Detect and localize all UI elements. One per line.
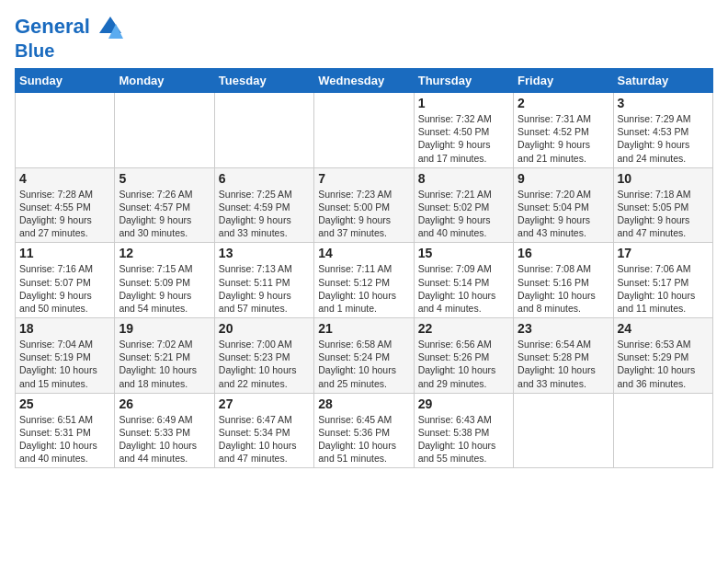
calendar-cell: 24Sunrise: 6:53 AMSunset: 5:29 PMDayligh… — [613, 318, 712, 394]
day-number: 13 — [219, 246, 310, 260]
day-number: 18 — [19, 321, 110, 336]
day-number: 9 — [518, 171, 609, 186]
day-info: Sunrise: 7:16 AMSunset: 5:07 PMDaylight:… — [19, 262, 110, 315]
day-number: 2 — [518, 96, 609, 110]
day-info: Sunrise: 7:02 AMSunset: 5:21 PMDaylight:… — [119, 338, 210, 390]
calendar-cell — [214, 93, 313, 168]
calendar-cell: 5Sunrise: 7:26 AMSunset: 4:57 PMDaylight… — [115, 167, 214, 243]
calendar-cell: 1Sunrise: 7:32 AMSunset: 4:50 PMDaylight… — [414, 93, 513, 168]
calendar-table: SundayMondayTuesdayWednesdayThursdayFrid… — [15, 68, 713, 468]
day-number: 20 — [219, 321, 310, 336]
day-info: Sunrise: 7:28 AMSunset: 4:55 PMDaylight:… — [19, 188, 110, 240]
calendar-cell: 28Sunrise: 6:45 AMSunset: 5:36 PMDayligh… — [314, 393, 414, 468]
day-info: Sunrise: 7:18 AMSunset: 5:05 PMDaylight:… — [618, 188, 709, 240]
day-number: 22 — [418, 321, 509, 336]
day-info: Sunrise: 7:06 AMSunset: 5:17 PMDaylight:… — [618, 262, 709, 315]
day-number: 26 — [119, 396, 210, 411]
calendar-cell: 3Sunrise: 7:29 AMSunset: 4:53 PMDaylight… — [613, 93, 712, 168]
day-number: 15 — [418, 246, 509, 260]
weekday-header: Sunday — [16, 69, 115, 93]
day-number: 4 — [19, 171, 110, 186]
calendar-cell: 27Sunrise: 6:47 AMSunset: 5:34 PMDayligh… — [214, 393, 313, 468]
logo-blue-text: Blue — [15, 40, 123, 61]
page-header: General Blue — [15, 15, 713, 61]
calendar-cell: 21Sunrise: 6:58 AMSunset: 5:24 PMDayligh… — [314, 318, 414, 394]
day-info: Sunrise: 7:26 AMSunset: 4:57 PMDaylight:… — [119, 188, 210, 240]
weekday-header-row: SundayMondayTuesdayWednesdayThursdayFrid… — [16, 69, 713, 93]
logo: General Blue — [15, 15, 123, 61]
day-number: 21 — [318, 321, 409, 336]
day-info: Sunrise: 7:31 AMSunset: 4:52 PMDaylight:… — [518, 112, 609, 165]
day-info: Sunrise: 7:04 AMSunset: 5:19 PMDaylight:… — [19, 338, 110, 390]
day-number: 6 — [219, 171, 310, 186]
day-info: Sunrise: 7:15 AMSunset: 5:09 PMDaylight:… — [119, 262, 210, 315]
day-number: 5 — [119, 171, 210, 186]
calendar-week-row: 25Sunrise: 6:51 AMSunset: 5:31 PMDayligh… — [16, 393, 713, 468]
day-info: Sunrise: 7:32 AMSunset: 4:50 PMDaylight:… — [418, 112, 509, 165]
day-number: 3 — [618, 96, 709, 110]
calendar-cell: 7Sunrise: 7:23 AMSunset: 5:00 PMDaylight… — [314, 167, 414, 243]
day-number: 29 — [418, 396, 509, 411]
calendar-cell: 9Sunrise: 7:20 AMSunset: 5:04 PMDaylight… — [514, 167, 613, 243]
calendar-cell: 23Sunrise: 6:54 AMSunset: 5:28 PMDayligh… — [514, 318, 613, 394]
day-info: Sunrise: 6:51 AMSunset: 5:31 PMDaylight:… — [19, 413, 110, 465]
day-info: Sunrise: 7:20 AMSunset: 5:04 PMDaylight:… — [518, 188, 609, 240]
calendar-cell: 15Sunrise: 7:09 AMSunset: 5:14 PMDayligh… — [414, 243, 513, 318]
day-info: Sunrise: 7:23 AMSunset: 5:00 PMDaylight:… — [318, 188, 409, 240]
weekday-header: Friday — [514, 69, 613, 93]
day-number: 17 — [618, 246, 709, 260]
calendar-cell: 19Sunrise: 7:02 AMSunset: 5:21 PMDayligh… — [115, 318, 214, 394]
day-info: Sunrise: 7:11 AMSunset: 5:12 PMDaylight:… — [318, 262, 409, 315]
calendar-week-row: 1Sunrise: 7:32 AMSunset: 4:50 PMDaylight… — [16, 93, 713, 168]
weekday-header: Saturday — [613, 69, 712, 93]
weekday-header: Monday — [115, 69, 214, 93]
day-number: 25 — [19, 396, 110, 411]
calendar-cell — [314, 93, 414, 168]
calendar-cell: 25Sunrise: 6:51 AMSunset: 5:31 PMDayligh… — [16, 393, 115, 468]
calendar-cell: 29Sunrise: 6:43 AMSunset: 5:38 PMDayligh… — [414, 393, 513, 468]
calendar-cell — [115, 93, 214, 168]
day-number: 27 — [219, 396, 310, 411]
calendar-cell — [613, 393, 712, 468]
weekday-header: Thursday — [414, 69, 513, 93]
logo-text: General — [15, 15, 123, 40]
calendar-cell: 14Sunrise: 7:11 AMSunset: 5:12 PMDayligh… — [314, 243, 414, 318]
day-number: 7 — [318, 171, 409, 186]
calendar-cell: 12Sunrise: 7:15 AMSunset: 5:09 PMDayligh… — [115, 243, 214, 318]
calendar-week-row: 11Sunrise: 7:16 AMSunset: 5:07 PMDayligh… — [16, 243, 713, 318]
weekday-header: Wednesday — [314, 69, 414, 93]
day-info: Sunrise: 7:13 AMSunset: 5:11 PMDaylight:… — [219, 262, 310, 315]
calendar-cell: 10Sunrise: 7:18 AMSunset: 5:05 PMDayligh… — [613, 167, 712, 243]
calendar-cell — [16, 93, 115, 168]
day-info: Sunrise: 6:58 AMSunset: 5:24 PMDaylight:… — [318, 338, 409, 390]
calendar-body: 1Sunrise: 7:32 AMSunset: 4:50 PMDaylight… — [16, 93, 713, 468]
calendar-cell: 18Sunrise: 7:04 AMSunset: 5:19 PMDayligh… — [16, 318, 115, 394]
calendar-cell: 8Sunrise: 7:21 AMSunset: 5:02 PMDaylight… — [414, 167, 513, 243]
calendar-cell: 16Sunrise: 7:08 AMSunset: 5:16 PMDayligh… — [514, 243, 613, 318]
day-info: Sunrise: 6:43 AMSunset: 5:38 PMDaylight:… — [418, 413, 509, 465]
calendar-cell: 20Sunrise: 7:00 AMSunset: 5:23 PMDayligh… — [214, 318, 313, 394]
day-number: 8 — [418, 171, 509, 186]
calendar-cell: 17Sunrise: 7:06 AMSunset: 5:17 PMDayligh… — [613, 243, 712, 318]
day-number: 28 — [318, 396, 409, 411]
day-number: 11 — [19, 246, 110, 260]
calendar-cell: 26Sunrise: 6:49 AMSunset: 5:33 PMDayligh… — [115, 393, 214, 468]
calendar-cell: 6Sunrise: 7:25 AMSunset: 4:59 PMDaylight… — [214, 167, 313, 243]
day-info: Sunrise: 7:29 AMSunset: 4:53 PMDaylight:… — [618, 112, 709, 165]
weekday-header: Tuesday — [214, 69, 313, 93]
calendar-cell — [514, 393, 613, 468]
day-number: 23 — [518, 321, 609, 336]
day-number: 10 — [618, 171, 709, 186]
calendar-cell: 13Sunrise: 7:13 AMSunset: 5:11 PMDayligh… — [214, 243, 313, 318]
day-info: Sunrise: 7:21 AMSunset: 5:02 PMDaylight:… — [418, 188, 509, 240]
day-number: 14 — [318, 246, 409, 260]
calendar-cell: 11Sunrise: 7:16 AMSunset: 5:07 PMDayligh… — [16, 243, 115, 318]
day-info: Sunrise: 6:54 AMSunset: 5:28 PMDaylight:… — [518, 338, 609, 390]
day-info: Sunrise: 6:49 AMSunset: 5:33 PMDaylight:… — [119, 413, 210, 465]
logo-icon — [97, 15, 123, 40]
day-info: Sunrise: 7:08 AMSunset: 5:16 PMDaylight:… — [518, 262, 609, 315]
day-info: Sunrise: 7:25 AMSunset: 4:59 PMDaylight:… — [219, 188, 310, 240]
calendar-header: SundayMondayTuesdayWednesdayThursdayFrid… — [16, 69, 713, 93]
day-number: 24 — [618, 321, 709, 336]
day-number: 1 — [418, 96, 509, 110]
